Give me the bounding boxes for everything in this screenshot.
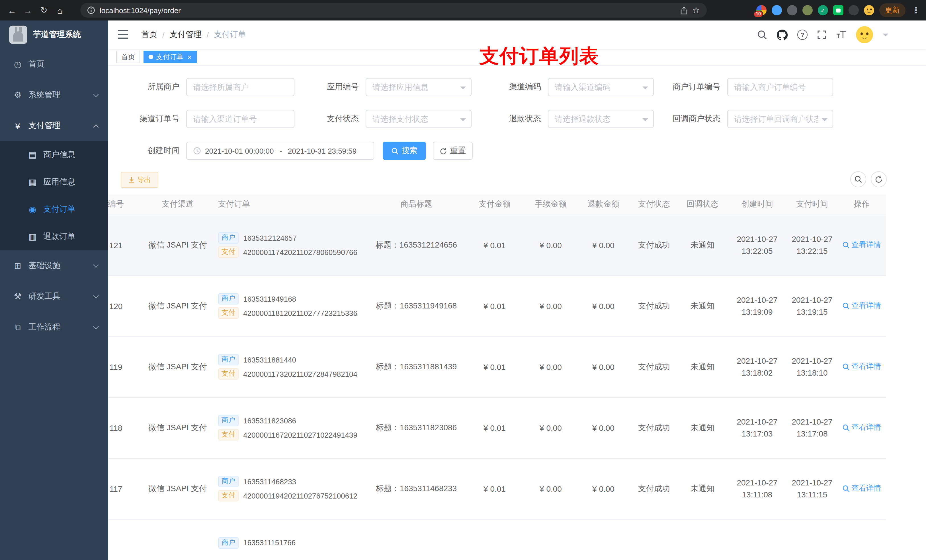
app-input[interactable] (372, 83, 465, 92)
view-detail-link[interactable]: 查看详情 (842, 240, 881, 250)
url-bar[interactable]: localhost:1024/pay/order ☆ (80, 3, 707, 18)
share-icon[interactable] (680, 6, 688, 15)
extension-icon[interactable] (772, 5, 782, 15)
extension-icon[interactable] (833, 5, 843, 15)
sidebar-item-workflow[interactable]: ⧉ 工作流程 (0, 312, 108, 343)
channel-code-input[interactable] (555, 83, 647, 92)
cell-id: 120 (108, 275, 141, 337)
cell-refund (576, 519, 631, 560)
cell-fee: ¥ 0.00 (525, 458, 576, 519)
card-icon: ▤ (26, 150, 39, 160)
view-detail-link[interactable]: 查看详情 (842, 423, 881, 433)
view-detail-link[interactable]: 查看详情 (842, 483, 881, 494)
order-row: 119微信 JSAPI 支付商户1635311881440支付420000117… (108, 337, 886, 397)
refund-status-select[interactable] (548, 110, 654, 128)
back-icon[interactable]: ← (5, 5, 20, 15)
merchant-order-no-input[interactable] (734, 83, 826, 92)
merchant-order-no-field[interactable] (727, 78, 833, 96)
sidebar-item-payment[interactable]: ¥ 支付管理 (0, 110, 108, 141)
extension-check-icon[interactable]: ✓ (818, 5, 828, 15)
help-icon[interactable]: ? (797, 30, 808, 40)
cell-created: 2021-10-2713:11:08 (727, 458, 787, 519)
toolbar-search-icon[interactable] (850, 171, 866, 187)
export-button[interactable]: 导出 (121, 172, 158, 188)
sidebar-item-home[interactable]: ◷ 首页 (0, 49, 108, 80)
cell-amount: ¥ 0.01 (464, 337, 525, 397)
channel-code-select[interactable] (548, 78, 654, 96)
merchant-input[interactable] (193, 83, 287, 92)
cell-channel: 微信 JSAPI 支付 (141, 458, 215, 519)
browser-update-button[interactable]: 更新 (879, 3, 905, 17)
cell-status: 支付成功 (631, 337, 678, 397)
sidebar-item-label: 基础设施 (29, 261, 61, 271)
sidebar-item-pay-order[interactable]: ◉ 支付订单 (0, 196, 108, 223)
cell-order: 商户1635311949168支付42000011812021102777232… (215, 275, 368, 337)
select-caret-icon (460, 86, 466, 92)
merchant-select[interactable] (186, 78, 294, 96)
notify-status-select[interactable] (727, 110, 833, 128)
github-icon[interactable] (777, 29, 788, 40)
search-icon[interactable] (757, 30, 767, 40)
cell-amount (464, 519, 525, 560)
extension-icon[interactable]: 10 (756, 5, 767, 15)
toolbar-refresh-icon[interactable] (871, 171, 887, 187)
cell-channel: 微信 JSAPI 支付 (141, 397, 215, 458)
user-avatar[interactable] (856, 26, 873, 43)
date-range-picker[interactable]: 2021-10-01 00:00:00 - 2021-10-31 23:59:5… (186, 142, 374, 160)
channel-order-no-field[interactable] (186, 110, 294, 128)
select-caret-icon (460, 118, 466, 124)
pay-tag: 支付 (218, 307, 239, 319)
col-header-channel: 支付渠道 (141, 195, 215, 214)
merchant-tag: 商户 (218, 293, 239, 305)
extension-icon[interactable] (849, 5, 859, 15)
order-row-partial: 商户1635311151766 (108, 519, 886, 560)
channel-order-no-input[interactable] (193, 115, 287, 124)
paid-time: 13:18:10 (790, 367, 834, 379)
breadcrumb-home[interactable]: 首页 (141, 30, 157, 40)
cell-title: 标题：1635311823086 (368, 397, 464, 458)
home-icon[interactable]: ⌂ (52, 5, 67, 15)
filter-notify-status: 回调商户状态 (652, 110, 833, 128)
breadcrumb-separator: / (207, 30, 209, 39)
tab-pay-order[interactable]: 支付订单 × (144, 51, 197, 63)
pay-status-input[interactable] (372, 115, 465, 124)
cell-amount: ¥ 0.01 (464, 275, 525, 337)
browser-nav: ← → ↻ ⌂ (0, 5, 67, 15)
profile-emoji-icon[interactable] (864, 5, 874, 15)
view-detail-link[interactable]: 查看详情 (842, 301, 881, 311)
filter-label: 渠道编码 (473, 82, 548, 92)
bookmark-star-icon[interactable]: ☆ (692, 5, 700, 15)
user-menu-caret-icon[interactable] (883, 33, 888, 39)
order-number: 1635311151766 (243, 538, 295, 547)
pay-status-select[interactable] (366, 110, 472, 128)
sidebar-item-app-info[interactable]: ▦ 应用信息 (0, 169, 108, 196)
cell-fee: ¥ 0.00 (525, 214, 576, 275)
reload-icon[interactable]: ↻ (36, 5, 51, 15)
app-select[interactable] (366, 78, 472, 96)
sidebar-item-infra[interactable]: ⊞ 基础设施 (0, 251, 108, 281)
extension-icon[interactable] (787, 5, 797, 15)
search-button[interactable]: 搜索 (383, 142, 426, 160)
sidebar-item-refund-order[interactable]: ▥ 退款订单 (0, 223, 108, 251)
sidebar-toggle-icon[interactable] (117, 30, 129, 39)
extension-icon[interactable] (802, 5, 813, 15)
font-size-icon[interactable] (836, 30, 846, 39)
site-info-icon[interactable] (87, 6, 95, 14)
refund-status-input[interactable] (555, 115, 647, 124)
sidebar-item-label: 首页 (29, 59, 44, 69)
sidebar-item-dev-tools[interactable]: ⚒ 研发工具 (0, 281, 108, 312)
top-navbar: 首页 / 支付管理 / 支付订单 支付订单列表 ? (108, 21, 926, 49)
browser-menu-icon[interactable]: ⋮ (911, 5, 921, 15)
forward-icon[interactable]: → (21, 5, 35, 15)
tab-home[interactable]: 首页 (116, 51, 140, 63)
app-logo: 芋道管理系统 (0, 21, 108, 49)
orders-table-wrap: 编号支付渠道支付订单商品标题支付金额手续金额退款金额支付状态回调状态创建时间支付… (108, 195, 886, 560)
tab-close-icon[interactable]: × (188, 53, 192, 60)
sidebar-item-system[interactable]: ⚙ 系统管理 (0, 80, 108, 110)
reset-button[interactable]: 重置 (433, 142, 473, 160)
view-detail-link[interactable]: 查看详情 (842, 362, 881, 372)
date-end: 2021-10-31 23:59:59 (288, 146, 357, 155)
notify-status-input[interactable] (734, 115, 826, 124)
sidebar-item-merchant-info[interactable]: ▤ 商户信息 (0, 141, 108, 169)
fullscreen-icon[interactable] (817, 30, 826, 39)
